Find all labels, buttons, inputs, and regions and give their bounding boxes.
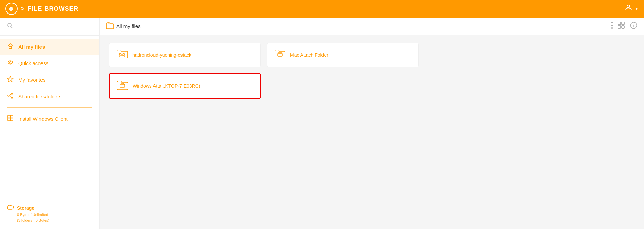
- sidebar-item-all-my-files[interactable]: All my files: [0, 39, 99, 55]
- svg-point-8: [11, 93, 13, 94]
- svg-point-27: [119, 53, 121, 55]
- sidebar-item-shared-files-label: Shared files/folders: [18, 94, 61, 99]
- toolbar-left: All my files: [106, 22, 141, 30]
- file-card-hadron[interactable]: hadroncloud-yuening-cstack: [109, 43, 261, 67]
- sidebar: All my files Quick access: [0, 18, 100, 229]
- info-icon[interactable]: i: [630, 22, 637, 31]
- grid-view-icon[interactable]: [618, 22, 625, 31]
- svg-line-3: [11, 27, 13, 28]
- sidebar-item-quick-access-label: Quick access: [18, 60, 48, 66]
- file-card-mac[interactable]: Mac Attach Folder: [267, 43, 419, 67]
- svg-point-10: [8, 95, 9, 96]
- svg-rect-21: [618, 22, 621, 25]
- svg-rect-24: [622, 26, 624, 28]
- share-icon: [7, 92, 14, 101]
- file-card-windows-name: Windows Atta...KTOP-7IE03RC): [133, 83, 200, 89]
- svg-point-19: [611, 25, 613, 26]
- storage-label: Storage: [17, 205, 34, 211]
- file-card-mac-name: Mac Attach Folder: [290, 52, 328, 58]
- svg-rect-15: [8, 118, 10, 121]
- windows-icon: [7, 114, 14, 123]
- sidebar-item-my-favorites[interactable]: My favorites: [0, 72, 99, 88]
- header: > FILE BROWSER ▼: [0, 0, 644, 18]
- storage-title: Storage: [7, 204, 92, 211]
- svg-marker-7: [8, 76, 13, 82]
- toolbar-folder-icon: [106, 22, 114, 30]
- storage-section: Storage 0 Byte of Unlimited (3 folders -…: [0, 200, 99, 229]
- star-icon: [7, 76, 14, 84]
- header-right[interactable]: ▼: [624, 4, 639, 14]
- header-arrow: >: [21, 5, 25, 12]
- file-card-windows[interactable]: Windows Atta...KTOP-7IE03RC): [109, 73, 261, 99]
- svg-point-5: [8, 61, 13, 64]
- svg-line-11: [9, 94, 11, 96]
- svg-rect-23: [618, 26, 621, 28]
- svg-rect-22: [622, 22, 624, 25]
- cloud-icon: [7, 204, 14, 211]
- header-left: > FILE BROWSER: [5, 3, 79, 15]
- toolbar-title: All my files: [116, 23, 141, 29]
- app-logo: [5, 3, 18, 15]
- svg-point-20: [611, 27, 613, 29]
- home-icon: [7, 43, 14, 51]
- svg-text:i: i: [633, 23, 634, 28]
- more-options-icon[interactable]: [611, 22, 613, 31]
- svg-rect-13: [8, 115, 10, 118]
- eye-icon: [7, 59, 14, 68]
- toolbar-right: i: [611, 22, 637, 31]
- svg-rect-29: [278, 53, 282, 56]
- nav-divider: [7, 107, 92, 108]
- sidebar-item-quick-access[interactable]: Quick access: [0, 55, 99, 72]
- svg-point-28: [123, 53, 125, 55]
- svg-point-9: [11, 97, 13, 98]
- file-grid-row-2: Windows Atta...KTOP-7IE03RC): [109, 73, 635, 99]
- svg-line-12: [9, 96, 11, 97]
- file-grid-row-1: hadroncloud-yuening-cstack Mac Attach F: [109, 43, 635, 67]
- user-dropdown-icon[interactable]: ▼: [635, 6, 639, 11]
- user-icon[interactable]: [624, 4, 633, 14]
- sidebar-nav: All my files Quick access: [0, 36, 99, 200]
- mac-folder-icon: [275, 49, 285, 61]
- storage-line2: (3 folders - 0 Bytes): [7, 218, 92, 222]
- svg-rect-16: [11, 118, 13, 121]
- sidebar-item-install-windows-label: Install Windows Client: [18, 116, 68, 122]
- header-title: FILE BROWSER: [28, 5, 79, 12]
- svg-rect-14: [11, 115, 13, 118]
- svg-rect-33: [120, 84, 125, 87]
- sidebar-item-shared-files[interactable]: Shared files/folders: [0, 88, 99, 105]
- svg-rect-4: [9, 46, 12, 49]
- storage-line1: 0 Byte of Unlimited: [7, 213, 92, 217]
- content-area: All my files: [100, 18, 644, 229]
- toolbar: All my files: [100, 18, 644, 35]
- windows-folder-icon: [117, 80, 128, 92]
- sidebar-item-install-windows[interactable]: Install Windows Client: [0, 110, 99, 127]
- sidebar-item-all-my-files-label: All my files: [18, 44, 45, 50]
- shared-folder-icon: [117, 49, 128, 61]
- svg-point-18: [611, 22, 613, 23]
- svg-point-1: [627, 5, 630, 8]
- file-grid: hadroncloud-yuening-cstack Mac Attach F: [100, 35, 644, 229]
- sidebar-search-area: [0, 18, 99, 36]
- sidebar-item-my-favorites-label: My favorites: [18, 77, 46, 83]
- file-card-hadron-name: hadroncloud-yuening-cstack: [132, 52, 191, 58]
- svg-point-6: [10, 62, 11, 63]
- nav-divider-2: [7, 130, 92, 130]
- main-layout: All my files Quick access: [0, 18, 644, 229]
- search-icon[interactable]: [7, 22, 13, 31]
